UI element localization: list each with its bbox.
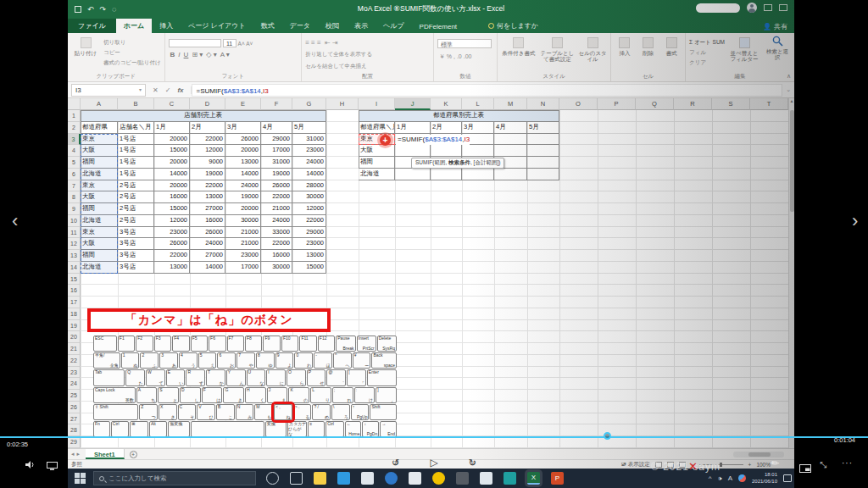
right-table-title[interactable]: 都道府県別売上表 — [359, 110, 559, 122]
row-header-2[interactable]: 2 — [68, 122, 81, 134]
left-table-cell[interactable]: 20000 — [154, 157, 190, 169]
right-table-header[interactable]: 1月 — [395, 122, 431, 134]
column-header-M[interactable]: M — [494, 98, 527, 110]
left-table-cell[interactable]: 2号店 — [118, 180, 154, 192]
format-painter-button[interactable]: 書式のコピー/貼り付け — [103, 59, 161, 67]
format-as-table-button[interactable]: テーブルとして書式設定 — [540, 36, 576, 73]
left-table-cell[interactable]: 21000 — [225, 238, 261, 250]
left-table-cell[interactable]: 14000 — [190, 262, 225, 274]
right-table-empty-cell[interactable] — [431, 145, 462, 157]
wrap-text-button[interactable]: 折り返して全体を表示する — [305, 51, 372, 58]
left-table-header[interactable]: 2月 — [190, 122, 225, 134]
right-table-empty-cell[interactable] — [395, 145, 431, 157]
autosum-button[interactable]: Σ オート SUM — [689, 39, 725, 47]
left-table-cell[interactable]: 1号店 — [118, 157, 154, 169]
row-header-13[interactable]: 13 — [68, 250, 81, 262]
row-header-9[interactable]: 9 — [68, 203, 81, 215]
left-table-cell[interactable]: 2号店 — [118, 191, 154, 203]
left-table-cell[interactable]: 22000 — [154, 250, 190, 262]
prev-video-button[interactable]: ‹ — [12, 210, 18, 232]
touch-mode-icon[interactable]: ◌ — [112, 5, 116, 14]
left-table-cell[interactable]: 15000 — [292, 262, 326, 274]
column-header-R[interactable]: R — [674, 98, 712, 110]
merge-center-button[interactable]: セルを結合して中央揃え — [305, 63, 372, 70]
left-table-cell[interactable]: 33000 — [261, 227, 292, 239]
conditional-formatting-button[interactable]: 条件付き書式 — [501, 36, 537, 73]
border-button[interactable]: ⊞ ▾ — [192, 51, 203, 58]
row-header-19[interactable]: 19 — [68, 320, 81, 332]
row-header-8[interactable]: 8 — [68, 191, 81, 203]
paste-button[interactable]: 貼り付け — [71, 36, 100, 73]
start-button[interactable] — [75, 473, 86, 485]
left-table-cell[interactable]: 27000 — [190, 250, 225, 262]
row-header-27[interactable]: 27 — [68, 413, 81, 425]
taskbar-icon-document[interactable] — [409, 472, 421, 485]
column-header-B[interactable]: B — [118, 98, 154, 110]
row-header-6[interactable]: 6 — [68, 169, 81, 180]
taskbar-icon-photos[interactable] — [337, 472, 350, 485]
left-table-cell[interactable]: 3号店 — [118, 262, 154, 274]
right-table-empty-cell[interactable] — [494, 169, 527, 180]
left-table-cell[interactable]: 26000 — [190, 227, 225, 239]
left-table-cell[interactable]: 3号店 — [118, 227, 154, 239]
copy-button[interactable]: コピー — [103, 49, 161, 57]
bold-button[interactable]: B — [170, 51, 175, 58]
enter-icon[interactable]: ✓ — [165, 86, 171, 94]
sheet-tab[interactable]: Sheet1 — [86, 449, 125, 459]
next-video-button[interactable]: › — [852, 210, 858, 232]
insert-function-icon[interactable]: fx — [177, 86, 183, 94]
column-header-I[interactable]: I — [359, 98, 395, 110]
tray-volume-icon[interactable]: 🕩 — [718, 474, 722, 483]
taskbar-icon-excel[interactable]: X — [527, 472, 540, 485]
font-size-box[interactable]: 11 — [223, 39, 236, 47]
left-table-cell[interactable]: 13000 — [292, 250, 326, 262]
tab-ページ レイアウト[interactable]: ページ レイアウト — [181, 19, 253, 33]
right-table-empty-cell[interactable] — [527, 157, 559, 169]
hidden-icons-caret[interactable]: ^ — [709, 474, 712, 482]
right-table-empty-cell[interactable] — [462, 169, 494, 180]
tab-ファイル[interactable]: ファイル — [68, 19, 116, 33]
left-table-cell[interactable]: 14000 — [154, 169, 190, 180]
left-table-cell[interactable]: 1号店 — [118, 169, 154, 180]
column-header-D[interactable]: D — [190, 98, 225, 110]
left-table-cell[interactable]: 22000 — [261, 238, 292, 250]
tab-ホーム[interactable]: ホーム — [116, 19, 152, 33]
left-table-cell[interactable]: 3号店 — [118, 250, 154, 262]
fill-color-button[interactable]: ◇ ▾ — [206, 51, 216, 58]
left-table-cell[interactable]: 31000 — [261, 157, 292, 169]
left-table-title[interactable]: 店舗別売上表 — [81, 110, 326, 122]
align-icons[interactable]: ≡ ≡ ≡ ⇤ ⇥ — [305, 39, 372, 47]
row-header-17[interactable]: 17 — [68, 297, 81, 308]
left-table-cell[interactable]: 21000 — [225, 227, 261, 239]
left-table-cell[interactable]: 1号店 — [118, 134, 154, 146]
volume-icon[interactable] — [25, 458, 36, 473]
row-header-11[interactable]: 11 — [68, 227, 81, 239]
row-header-16[interactable]: 16 — [68, 285, 81, 297]
left-table-cell[interactable]: 30000 — [261, 262, 292, 274]
sheet-nav-icons[interactable]: ◂▸ — [68, 451, 86, 458]
tab-校閲[interactable]: 校閲 — [318, 19, 347, 33]
left-table-cell[interactable]: 17000 — [225, 262, 261, 274]
tab-数式[interactable]: 数式 — [253, 19, 282, 33]
row-header-5[interactable]: 5 — [68, 157, 81, 169]
cell-styles-button[interactable]: セルのスタイル — [578, 36, 607, 73]
left-table-cell[interactable]: 24000 — [261, 215, 292, 227]
taskbar-icon-powerpoint[interactable]: P — [551, 472, 564, 485]
row-header-7[interactable]: 7 — [68, 180, 81, 192]
row-header-10[interactable]: 10 — [68, 215, 81, 227]
column-header-P[interactable]: P — [598, 98, 636, 110]
left-table-cell[interactable]: 26000 — [154, 238, 190, 250]
row-header-24[interactable]: 24 — [68, 378, 81, 390]
add-sheet-button[interactable]: + — [130, 451, 137, 458]
taskbar-icon-store[interactable] — [361, 472, 374, 485]
right-table-header[interactable]: 都道府県＼月 — [359, 122, 395, 134]
underline-button[interactable]: U — [184, 51, 189, 58]
column-header-S[interactable]: S — [712, 98, 750, 110]
left-table-cell[interactable]: 22000 — [190, 180, 225, 192]
redo-icon[interactable]: ↷ — [100, 5, 107, 14]
left-table-cell[interactable]: 14000 — [225, 169, 261, 180]
taskbar-clock[interactable]: 18:012021/06/10 — [752, 472, 777, 484]
left-table-cell[interactable]: 16000 — [154, 191, 190, 203]
right-table-empty-cell[interactable] — [527, 169, 559, 180]
tab-表示[interactable]: 表示 — [347, 19, 376, 33]
